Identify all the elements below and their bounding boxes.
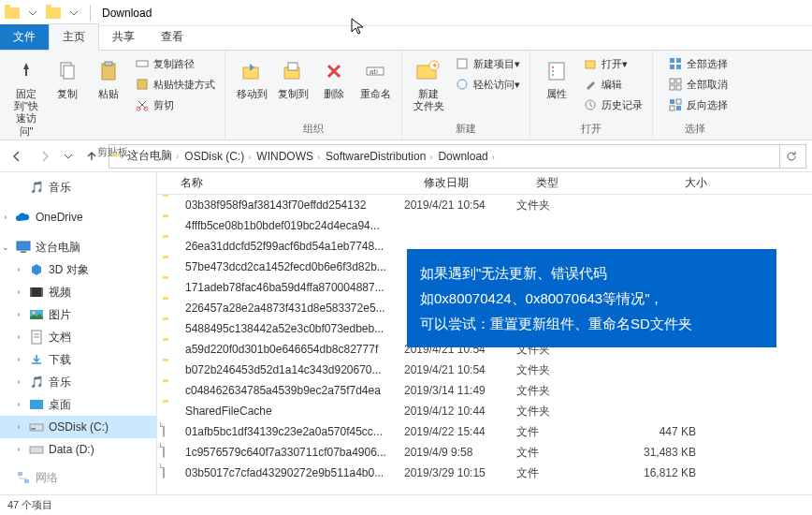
- copy-path-button[interactable]: 复制路径: [131, 54, 219, 73]
- svg-rect-37: [21, 251, 26, 253]
- nav-osdisk[interactable]: ›OSDisk (C:): [0, 416, 156, 438]
- file-date: 2019/3/14 11:49: [404, 384, 516, 397]
- svg-rect-5: [138, 80, 147, 89]
- copy-icon: [52, 56, 82, 86]
- tab-home[interactable]: 主页: [49, 23, 99, 51]
- onedrive-icon: [15, 209, 32, 226]
- invert-selection-button[interactable]: 反向选择: [664, 96, 732, 114]
- table-row[interactable]: 1c9576579c640f7a330711cf07ba4906...2019/…: [157, 442, 812, 463]
- network-icon: [15, 469, 32, 486]
- paste-shortcut-button[interactable]: 粘贴快捷方式: [131, 75, 219, 94]
- folder-icon: [163, 341, 180, 358]
- window-title: Download: [102, 7, 152, 20]
- documents-icon: [28, 329, 45, 346]
- svg-rect-34: [676, 99, 681, 104]
- select-none-icon: [668, 77, 683, 92]
- new-item-button[interactable]: 新建项目 ▾: [451, 54, 524, 73]
- nav-pictures[interactable]: ›图片: [0, 303, 156, 326]
- tab-file[interactable]: 文件: [0, 24, 49, 50]
- titlebar: Download: [0, 0, 812, 26]
- move-to-button[interactable]: 移动到: [231, 54, 272, 102]
- table-row[interactable]: SharedFileCache2019/4/12 10:44文件夹: [157, 401, 812, 421]
- edit-button[interactable]: 编辑: [579, 75, 646, 94]
- svg-rect-29: [676, 79, 681, 83]
- nav-data[interactable]: ›Data (D:): [0, 438, 156, 461]
- file-name: a59d220f0d301b0e646654db8c82777f: [185, 343, 404, 356]
- annotation-overlay: 如果遇到"无法更新、错误代码 如0x80070424、0x80070643等情况…: [407, 249, 776, 347]
- tab-view[interactable]: 查看: [148, 24, 196, 50]
- file-size: 16,812 KB: [610, 466, 703, 479]
- dropdown-icon[interactable]: [24, 5, 41, 22]
- nav-thispc[interactable]: ⌄这台电脑: [0, 236, 156, 258]
- move-icon: [237, 56, 267, 86]
- crumb-softdist[interactable]: SoftwareDistribution›: [326, 150, 432, 163]
- svg-rect-32: [670, 99, 674, 104]
- select-none-button[interactable]: 全部取消: [664, 75, 732, 94]
- open-icon: [583, 56, 598, 71]
- svg-point-19: [552, 66, 554, 68]
- new-folder-button[interactable]: ✦ 新建 文件夹: [408, 54, 449, 114]
- table-row[interactable]: 01afb5bc1df34139c23e2a0a570f45cc...2019/…: [157, 421, 812, 442]
- file-icon: [163, 423, 180, 440]
- cut-button[interactable]: 剪切: [131, 96, 219, 114]
- pin-quick-access-button[interactable]: 固定到"快 速访问": [6, 54, 47, 140]
- desktop-icon: [28, 396, 45, 413]
- table-row[interactable]: c048462634785a4539b9ec2a75f7d4ea2019/3/1…: [157, 380, 812, 401]
- properties-button[interactable]: 属性: [536, 54, 577, 102]
- svg-rect-18: [549, 63, 564, 80]
- table-row[interactable]: 03b5017c7cfad43290272e9b511a4b0...2019/3…: [157, 463, 812, 483]
- nav-documents[interactable]: ›文档: [0, 326, 156, 348]
- paste-button[interactable]: 粘贴: [88, 54, 129, 102]
- delete-button[interactable]: 删除: [313, 54, 355, 102]
- nav-3d-objects[interactable]: ›3D 对象: [0, 258, 156, 281]
- nav-desktop[interactable]: ›桌面: [0, 393, 156, 416]
- col-size[interactable]: 大小: [622, 175, 716, 191]
- file-type: 文件: [516, 465, 610, 481]
- nav-onedrive[interactable]: ›OneDrive: [0, 206, 156, 228]
- select-all-button[interactable]: 全部选择: [664, 54, 732, 73]
- col-name[interactable]: 名称: [173, 175, 416, 191]
- col-type[interactable]: 类型: [529, 175, 622, 191]
- crumb-windows[interactable]: WINDOWS›: [256, 150, 320, 163]
- rename-button[interactable]: ab 重命名: [355, 54, 396, 102]
- easy-access-button[interactable]: 轻松访问 ▾: [451, 75, 524, 94]
- file-type: 文件夹: [516, 362, 610, 378]
- table-row[interactable]: 03b38f958f9af38143f70effdd2541322019/4/2…: [157, 195, 812, 215]
- nav-downloads[interactable]: ›下载: [0, 348, 156, 371]
- dropdown-icon[interactable]: [65, 5, 82, 22]
- refresh-button[interactable]: [779, 145, 802, 168]
- file-icon: [163, 444, 180, 461]
- svg-rect-2: [102, 64, 115, 80]
- copy-to-button[interactable]: 复制到: [272, 54, 313, 102]
- file-name: 5488495c138442a52e3c0bf073edbeb...: [185, 322, 404, 335]
- nav-network[interactable]: 网络: [0, 466, 156, 489]
- svg-rect-31: [676, 85, 681, 90]
- file-date: 2019/4/22 15:44: [404, 425, 516, 438]
- svg-rect-24: [670, 58, 674, 63]
- tab-share[interactable]: 共享: [99, 24, 148, 50]
- open-button[interactable]: 打开 ▾: [579, 54, 646, 73]
- svg-point-20: [552, 70, 554, 72]
- history-button[interactable]: 历史记录: [579, 96, 646, 114]
- crumb-download[interactable]: Download›: [438, 150, 494, 163]
- folder-icon: [4, 5, 21, 22]
- nav-music[interactable]: 🎵音乐: [0, 176, 156, 199]
- svg-rect-27: [676, 65, 681, 69]
- navigation-pane[interactable]: 🎵音乐 ›OneDrive ⌄这台电脑 ›3D 对象 ›视频 ›图片 ›文档 ›…: [0, 172, 157, 494]
- quick-folder-icon[interactable]: [45, 5, 62, 22]
- col-date[interactable]: 修改日期: [416, 175, 529, 191]
- scissors-icon: [135, 97, 150, 112]
- svg-text:ab: ab: [370, 67, 378, 76]
- nav-music2[interactable]: ›🎵音乐: [0, 371, 156, 393]
- copy-button[interactable]: 复制: [47, 54, 88, 102]
- file-name: 26ea31ddcfd52f99acf6bd54a1eb7748...: [185, 240, 404, 253]
- svg-rect-3: [105, 62, 112, 66]
- file-name: SharedFileCache: [185, 405, 404, 418]
- table-row[interactable]: 4fffb5ce08b1b0bdef019bc24d4eca94...: [157, 215, 812, 236]
- table-row[interactable]: b072b246453d52d1a14c343d920670...2019/4/…: [157, 360, 812, 380]
- svg-rect-22: [586, 61, 595, 68]
- ribbon: 固定到"快 速访问" 复制 粘贴 复制路径 粘贴快捷方式 剪切 剪贴板 移动到: [0, 51, 812, 140]
- drive-icon: [28, 419, 45, 435]
- file-size: 31,483 KB: [610, 446, 703, 459]
- nav-videos[interactable]: ›视频: [0, 281, 156, 303]
